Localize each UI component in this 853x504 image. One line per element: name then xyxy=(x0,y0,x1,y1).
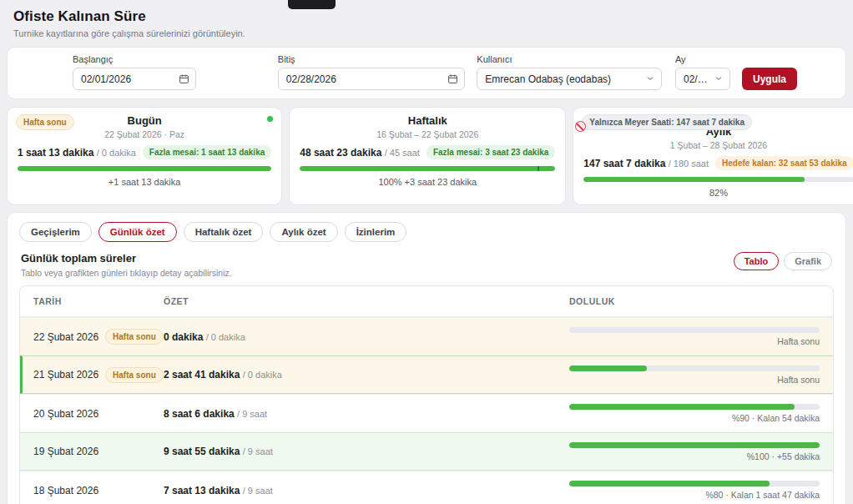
row-duration: 9 saat 55 dakika xyxy=(164,446,240,457)
start-date-label: Başlangıç xyxy=(73,54,196,64)
today-card-values: 1 saat 13 dakika / 0 dakika Fazla mesai:… xyxy=(18,145,271,159)
user-label: Kullanıcı xyxy=(477,54,662,64)
top-dark-artifact xyxy=(288,0,336,9)
weekly-card: Haftalık 16 Şubat – 22 Şubat 2026 48 saa… xyxy=(289,107,566,205)
progress-fill xyxy=(300,166,555,171)
end-date-input[interactable] xyxy=(286,73,443,85)
month-select[interactable]: 02/2026 xyxy=(675,68,730,90)
monthly-progress-bar xyxy=(583,177,853,182)
tab-bar: Geçişlerim Günlük özet Haftalık özet Ayl… xyxy=(19,222,834,242)
tab-izinlerim[interactable]: İzinlerim xyxy=(345,222,407,242)
table-row[interactable]: 22 Şubat 2026 Hafta sonu 0 dakika / 0 da… xyxy=(20,317,833,355)
chevron-down-icon xyxy=(714,73,724,83)
table-row[interactable]: 19 Şubat 2026 9 saat 55 dakika / 9 saat … xyxy=(20,432,833,471)
row-target: / 9 saat xyxy=(237,409,267,419)
start-date-input[interactable] xyxy=(81,73,174,85)
monthly-target: / 180 saat xyxy=(669,159,709,169)
weekly-duration: 48 saat 23 dakika xyxy=(300,147,381,159)
daily-section-titles: Günlük toplam süreler Tablo veya grafikt… xyxy=(21,252,232,278)
chevron-down-icon xyxy=(645,73,655,83)
table-header: TARİH ÖZET DOLULUK xyxy=(20,286,833,317)
row-note: %80 · Kalan 1 saat 47 dakika xyxy=(569,490,820,500)
weekly-card-footer: 100% +3 saat 23 dakika xyxy=(300,177,555,187)
view-toggle-chart[interactable]: Grafik xyxy=(784,252,832,270)
tab-haftalik-ozet[interactable]: Haftalık özet xyxy=(184,222,264,242)
page-header: Ofiste Kalınan Süre Turnike kayıtlarına … xyxy=(0,0,853,42)
weekend-badge: Hafta sonu xyxy=(105,367,164,383)
calendar-icon[interactable] xyxy=(447,73,458,84)
month-field: Ay 02/2026 xyxy=(675,54,730,90)
monthly-card-values: 147 saat 7 dakika / 180 saat Hedefe kala… xyxy=(583,156,853,170)
progress-fill xyxy=(583,177,805,182)
weekly-card-values: 48 saat 23 dakika / 45 saat Fazla mesai:… xyxy=(300,145,555,159)
row-note: Hafta sonu xyxy=(569,336,820,346)
overtime-badge: Fazla mesai: 1 saat 13 dakika xyxy=(143,145,271,159)
row-progress-bar xyxy=(569,481,820,486)
today-card: Hafta sonu Bugün 22 Şubat 2026 · Paz 1 s… xyxy=(7,107,282,205)
month-select-value: 02/2026 xyxy=(684,73,708,85)
row-target: / 0 dakika xyxy=(206,332,245,342)
row-target: / 9 saat xyxy=(243,486,273,496)
start-date-inputbox[interactable] xyxy=(73,68,196,90)
overtime-badge: Fazla mesai: 3 saat 23 dakika xyxy=(426,145,555,159)
filter-bar: Başlangıç Bitiş Kullanıcı Emrecan Odabaş… xyxy=(7,47,846,99)
monthly-card: Yalnızca Meyer Saati: 147 saat 7 dakika … xyxy=(573,107,853,205)
row-duration: 2 saat 41 dakika xyxy=(164,369,240,381)
weekend-badge: Hafta sonu xyxy=(16,114,74,130)
daily-section-head: Günlük toplam süreler Tablo veya grafikt… xyxy=(21,252,832,278)
progress-fill xyxy=(569,404,795,410)
table-row[interactable]: 21 Şubat 2026 Hafta sonu 2 saat 41 dakik… xyxy=(20,355,833,394)
row-note: Hafta sonu xyxy=(569,375,820,385)
end-date-label: Bitiş xyxy=(278,54,466,64)
apply-button[interactable]: Uygula xyxy=(742,68,797,90)
row-note: %90 · Kalan 54 dakika xyxy=(569,413,820,423)
column-header-tarih: TARİH xyxy=(33,296,144,306)
meyer-hours-badge: Yalnızca Meyer Saati: 147 saat 7 dakika xyxy=(582,114,752,130)
end-date-inputbox[interactable] xyxy=(278,68,466,90)
user-select[interactable]: Emrecan Odabaş (eodabas) xyxy=(477,68,662,90)
start-date-field: Başlangıç xyxy=(73,54,196,90)
tab-gunluk-ozet[interactable]: Günlük özet xyxy=(98,222,177,242)
today-progress-bar xyxy=(18,166,271,171)
view-toggle: Tablo Grafik xyxy=(734,252,832,270)
table-row[interactable]: 18 Şubat 2026 7 saat 13 dakika / 9 saat … xyxy=(20,471,833,504)
tab-gecislerim[interactable]: Geçişlerim xyxy=(19,222,92,242)
daily-table: TARİH ÖZET DOLULUK 22 Şubat 2026 Hafta s… xyxy=(19,285,834,504)
today-card-subtitle: 22 Şubat 2026 · Paz xyxy=(18,129,271,139)
tab-aylik-ozet[interactable]: Aylık özet xyxy=(270,222,337,242)
row-date: 19 Şubat 2026 xyxy=(33,446,98,457)
monthly-duration: 147 saat 7 dakika xyxy=(583,158,665,169)
daily-section-subtitle: Tablo veya grafikten günleri tıklayıp de… xyxy=(21,268,232,278)
column-header-ozet: ÖZET xyxy=(164,296,549,306)
daily-section-title: Günlük toplam süreler xyxy=(21,252,232,265)
weekly-target: / 45 saat xyxy=(385,148,420,158)
table-row[interactable]: 20 Şubat 2026 8 saat 6 dakika / 9 saat %… xyxy=(20,394,833,432)
end-date-field: Bitiş xyxy=(278,54,466,90)
row-date: 18 Şubat 2026 xyxy=(33,485,98,496)
user-field: Kullanıcı Emrecan Odabaş (eodabas) xyxy=(477,54,662,90)
row-progress-bar xyxy=(569,442,820,448)
view-toggle-table[interactable]: Tablo xyxy=(734,252,780,270)
row-target: / 9 saat xyxy=(243,446,273,456)
today-target: / 0 dakika xyxy=(97,148,136,158)
today-duration: 1 saat 13 dakika xyxy=(18,147,93,159)
remaining-badge: Hedefe kalan: 32 saat 53 dakika xyxy=(715,156,853,170)
progress-fill xyxy=(18,166,271,171)
monthly-card-subtitle: 1 Şubat – 28 Şubat 2026 xyxy=(583,140,853,150)
column-header-doluluk: DOLULUK xyxy=(569,296,820,306)
row-date: 20 Şubat 2026 xyxy=(33,408,98,420)
weekly-card-title: Haftalık xyxy=(300,114,555,127)
row-progress-bar xyxy=(569,404,820,410)
progress-fill xyxy=(569,442,820,448)
row-note: %100 · +55 dakika xyxy=(569,451,820,461)
weekend-badge: Hafta sonu xyxy=(105,329,164,345)
calendar-icon[interactable] xyxy=(179,73,189,84)
row-progress-bar xyxy=(569,365,820,371)
weekly-card-subtitle: 16 Şubat – 22 Şubat 2026 xyxy=(300,129,555,139)
monthly-card-footer: 82% xyxy=(583,188,853,198)
summary-cards: Hafta sonu Bugün 22 Şubat 2026 · Paz 1 s… xyxy=(7,107,846,205)
row-duration: 0 dakika xyxy=(164,331,203,343)
main-panel: Geçişlerim Günlük özet Haftalık özet Ayl… xyxy=(7,212,846,504)
target-marker xyxy=(538,166,539,171)
progress-fill xyxy=(569,365,647,371)
